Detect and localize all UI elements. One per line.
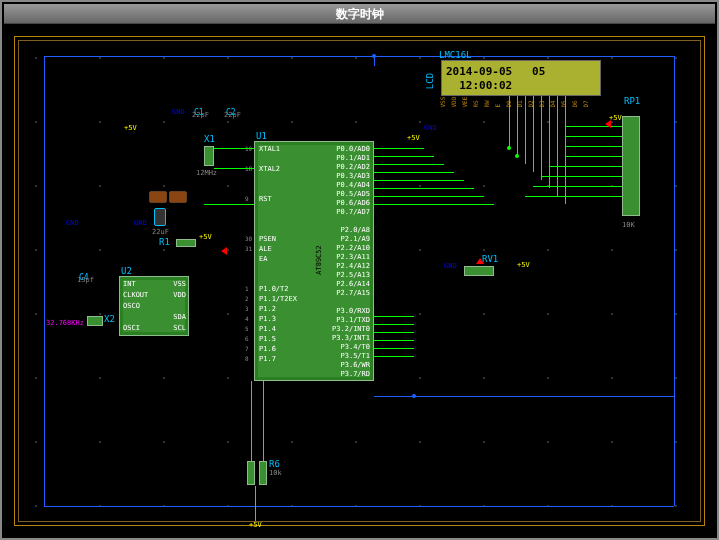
title-bar: 数字时钟 <box>4 4 715 24</box>
c4-val: 15pf <box>77 276 94 284</box>
mcu-pin-left: XTAL1 <box>259 145 280 153</box>
mcu-pin-left: XTAL2 <box>259 165 280 173</box>
mcu-pin-right: P2.6/A14 <box>326 280 370 288</box>
reset-button[interactable] <box>149 191 167 203</box>
mcu-pin-left: P1.7 <box>259 355 276 363</box>
mcu-pin-right: P2.2/A10 <box>326 244 370 252</box>
mcu-pin-left: P1.0/T2 <box>259 285 289 293</box>
mcu-pin-right: P2.7/A15 <box>326 289 370 297</box>
v5-label-5: +5V <box>249 521 262 529</box>
pin-arrow <box>221 247 227 255</box>
mcu-pin-right: P3.5/T1 <box>326 352 370 360</box>
r6-val: 10k <box>269 469 282 477</box>
r6-res[interactable] <box>259 461 267 485</box>
rv1-wiper <box>476 258 484 264</box>
x1-val: 12MHz <box>196 169 217 177</box>
gnd-label-3: GND <box>424 124 437 132</box>
mcu-pin-left: P1.6 <box>259 345 276 353</box>
gnd-label-5: GND <box>172 108 185 116</box>
r1-ref: R1 <box>159 237 170 247</box>
lcd-part-label: LMC16L <box>439 50 472 60</box>
lcd-pin: RW <box>483 100 490 107</box>
mcu-pin-right: P0.3/AD3 <box>326 172 370 180</box>
mcu-pin-right: P0.5/AD5 <box>326 190 370 198</box>
v5-label-2: +5V <box>199 233 212 241</box>
x1-ref: X1 <box>204 134 215 144</box>
lcd-pin: RS <box>472 100 479 107</box>
mcu-pin-right: P3.7/RD <box>326 370 370 378</box>
mcu-pin-right: P3.4/T0 <box>326 343 370 351</box>
rv1-ref: RV1 <box>482 254 498 264</box>
schematic-canvas[interactable]: U1 AT89C52 XTAL119XTAL218RST9PSEN30ALE31… <box>4 26 715 536</box>
lcd-pin: E <box>494 104 501 108</box>
c3-val: 22uF <box>152 228 169 236</box>
mcu-pin-left: P1.5 <box>259 335 276 343</box>
x2-val: 32.768KHz <box>46 319 84 327</box>
rp1-val: 10K <box>622 221 635 229</box>
rtc-ref: U2 <box>121 266 132 276</box>
mcu-pin-right: P2.1/A9 <box>326 235 370 243</box>
lcd-pin: D7 <box>582 100 589 107</box>
mcu-pin-right: P0.7/AD7 <box>326 208 370 216</box>
x2-ref: X2 <box>104 314 115 324</box>
gnd-label-4: GND <box>444 262 457 270</box>
mcu-pin-left: PSEN <box>259 235 276 243</box>
lcd-pin: VSS <box>439 97 446 108</box>
rtc-part: PCF8563 <box>121 338 151 346</box>
r5-res[interactable] <box>247 461 255 485</box>
c2-val: 22pF <box>224 111 241 119</box>
gnd-label-2: GND <box>134 219 147 227</box>
mcu-pin-right: P3.3/INT1 <box>326 334 370 342</box>
reset-button-2[interactable] <box>169 191 187 203</box>
mcu-pin-left: P1.2 <box>259 305 276 313</box>
v5-label-3: +5V <box>407 134 420 142</box>
c1-val: 22pF <box>192 111 209 119</box>
gnd-label-1: GND <box>66 219 79 227</box>
mcu-pin-left: P1.1/T2EX <box>259 295 297 303</box>
rv1[interactable] <box>464 266 494 276</box>
mcu-pin-right: P2.4/A12 <box>326 262 370 270</box>
mcu-pin-right: P0.4/AD4 <box>326 181 370 189</box>
mcu-pin-right: P0.6/AD6 <box>326 199 370 207</box>
mcu-pin-left: P1.4 <box>259 325 276 333</box>
v5-label-1: +5V <box>124 124 137 132</box>
mcu-pin-right: P0.0/AD0 <box>326 145 370 153</box>
lcd-pin: D0 <box>505 100 512 107</box>
lcd-line1: 2014-09-05 05 <box>446 65 596 79</box>
lcd-line2: 12:00:02 <box>446 79 596 93</box>
rp1[interactable] <box>622 116 640 216</box>
mcu-pin-right: P3.1/TXD <box>326 316 370 324</box>
x2-crystal[interactable] <box>87 316 103 326</box>
mcu-pin-left: RST <box>259 195 272 203</box>
mcu-pin-right: P0.2/AD2 <box>326 163 370 171</box>
mcu-pin-left: ALE <box>259 245 272 253</box>
mcu-pin-right: P2.0/A8 <box>326 226 370 234</box>
lcd-ref-label: LCD <box>425 73 435 89</box>
mcu-pin-right: P2.3/A11 <box>326 253 370 261</box>
lcd-display: 2014-09-05 05 12:00:02 <box>441 60 601 96</box>
lcd-pin: VEE <box>461 97 468 108</box>
rp1-ref: RP1 <box>624 96 640 106</box>
mcu-pin-right: P2.5/A13 <box>326 271 370 279</box>
x1-crystal[interactable] <box>204 146 214 166</box>
r6-ref: R6 <box>269 459 280 469</box>
mcu-part: AT89C52 <box>315 245 323 275</box>
r1[interactable] <box>176 239 196 247</box>
mcu-pin-right: P0.1/AD1 <box>326 154 370 162</box>
mcu-pin-right: P3.0/RXD <box>326 307 370 315</box>
v5-label-6: +5V <box>517 261 530 269</box>
lcd-pin: D6 <box>571 100 578 107</box>
lcd-pin: VDD <box>450 97 457 108</box>
pin-arrow <box>605 120 611 128</box>
mcu-pin-left: EA <box>259 255 267 263</box>
mcu-ref: U1 <box>256 131 267 141</box>
mcu-pin-right: P3.2/INT0 <box>326 325 370 333</box>
mcu-pin-left: P1.3 <box>259 315 276 323</box>
mcu-pin-right: P3.6/WR <box>326 361 370 369</box>
c3-cap[interactable] <box>154 208 166 226</box>
